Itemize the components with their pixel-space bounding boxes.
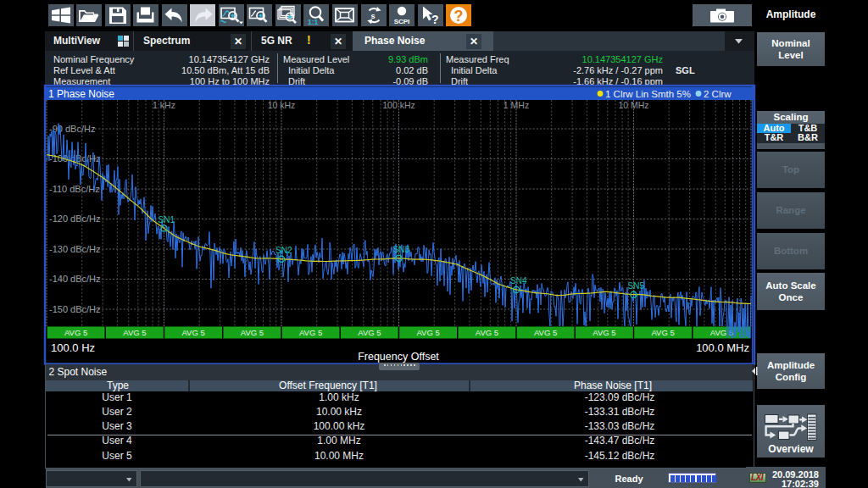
svg-text:AVG 5: AVG 5 [651,328,674,337]
svg-text:10 kHz: 10 kHz [268,100,296,110]
svg-text:-90 dBc/Hz: -90 dBc/Hz [49,124,95,134]
svg-text:10 MHz: 10 MHz [618,100,648,110]
svg-text:100.0 MHz: 100.0 MHz [696,341,749,354]
svg-text:-140 dBc/Hz: -140 dBc/Hz [49,274,101,284]
svg-text:AVG 5: AVG 5 [476,328,498,337]
svg-text:-110 dBc/Hz: -110 dBc/Hz [49,184,100,194]
svg-text:AVG 5: AVG 5 [299,328,322,337]
svg-text:1 MHz: 1 MHz [504,100,529,110]
svg-text:AVG 5: AVG 5 [416,328,439,337]
svg-text:-120 dBc/Hz: -120 dBc/Hz [49,214,101,224]
svg-text:AVG 5: AVG 5 [64,328,87,337]
svg-text:1 Clrw Lin Smth 5%: 1 Clrw Lin Smth 5% [605,89,691,99]
svg-text:SN4: SN4 [510,276,527,286]
svg-text:-150 dBc/Hz: -150 dBc/Hz [49,304,101,314]
svg-text:AVG 5: AVG 5 [241,328,264,337]
svg-text:1 Phase Noise: 1 Phase Noise [48,88,114,100]
svg-text:100.0 Hz: 100.0 Hz [51,341,95,354]
svg-text:AVG 5: AVG 5 [593,328,615,337]
svg-text:SN5: SN5 [628,281,645,291]
svg-text:AVG 5: AVG 5 [123,328,146,337]
svg-text:-130 dBc/Hz: -130 dBc/Hz [49,244,101,254]
svg-text:Frequency Offset: Frequency Offset [358,351,439,363]
svg-text:2 Clrw: 2 Clrw [704,89,732,99]
svg-text:SN1: SN1 [159,215,175,225]
svg-text:SN3: SN3 [393,245,410,254]
svg-text:1 kHz: 1 kHz [153,100,175,110]
svg-text:AVG 5: AVG 5 [358,328,381,337]
svg-text:AVG 5: AVG 5 [534,328,557,337]
svg-text:AVG 5: AVG 5 [181,328,204,337]
svg-text:100 kHz: 100 kHz [382,100,415,110]
svg-text:SN2: SN2 [275,246,292,255]
